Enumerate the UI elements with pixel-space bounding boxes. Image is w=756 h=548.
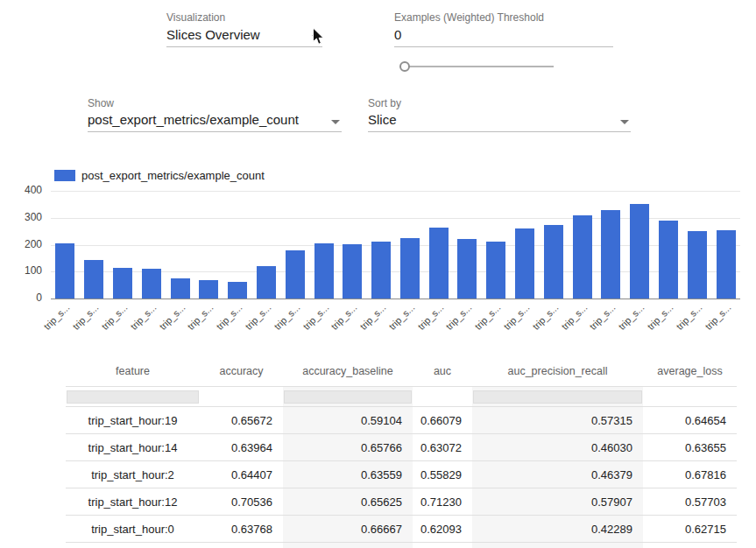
bar[interactable]: [515, 228, 534, 299]
metric-cell: 0.63964: [200, 434, 283, 461]
metric-cell: 0.57315: [472, 407, 643, 434]
column-header-auc[interactable]: auc: [413, 356, 472, 387]
bar[interactable]: [659, 221, 678, 299]
sortby-dropdown[interactable]: Slice: [368, 112, 631, 132]
bar[interactable]: [400, 238, 420, 299]
metric-cell: 0.62715: [643, 516, 737, 543]
bar[interactable]: [142, 269, 161, 299]
column-header-feature[interactable]: feature: [66, 356, 200, 387]
metric-cell: 0.42289: [472, 516, 643, 543]
legend-label: post_export_metrics/example_count: [81, 169, 265, 182]
metric-cell: 0.64407: [200, 461, 283, 488]
metric-cell: 0.44173: [472, 543, 643, 548]
y-axis-tick-label: 100: [2, 264, 42, 277]
bar[interactable]: [55, 243, 74, 299]
show-dropdown[interactable]: post_export_metrics/example_count: [88, 112, 342, 132]
bar[interactable]: [429, 228, 449, 299]
column-header-average_loss[interactable]: average_loss: [643, 356, 737, 387]
bar[interactable]: [688, 231, 707, 299]
filter-box[interactable]: [67, 390, 199, 404]
metric-cell: 0.65766: [283, 434, 413, 461]
metric-cell: 0.66079: [413, 407, 472, 434]
bar[interactable]: [286, 250, 305, 299]
filter-box[interactable]: [473, 390, 642, 404]
y-axis-tick-label: 200: [2, 238, 42, 250]
table-row[interactable]: trip_start_hour:230.660160.648440.583370…: [66, 543, 737, 548]
table-header-row: featureaccuracyaccuracy_baselineaucauc_p…: [66, 356, 737, 387]
bar[interactable]: [630, 204, 649, 299]
show-label: Show: [88, 97, 114, 109]
column-header-auc_precision_recall[interactable]: auc_precision_recall: [472, 356, 643, 387]
bar[interactable]: [486, 242, 505, 299]
threshold-input[interactable]: 0: [394, 27, 613, 47]
table-filter-row: [66, 387, 737, 407]
feature-cell: trip_start_hour:2: [66, 461, 200, 488]
bar-plot: [51, 191, 740, 299]
bar[interactable]: [717, 230, 736, 299]
bar[interactable]: [314, 243, 334, 299]
metric-cell: 0.66667: [283, 516, 413, 543]
visualization-label: Visualization: [166, 11, 225, 24]
feature-cell: trip_start_hour:12: [66, 488, 200, 516]
metric-cell: 0.55829: [413, 461, 472, 488]
slider-track[interactable]: [401, 66, 554, 67]
metric-cell: 0.63768: [200, 516, 283, 543]
metric-cell: 0.63072: [413, 434, 472, 461]
gridline: [51, 191, 740, 192]
metric-cell: 0.67816: [643, 461, 737, 488]
slider-thumb[interactable]: [399, 61, 410, 72]
table-row[interactable]: trip_start_hour:120.705360.656250.712300…: [66, 488, 737, 516]
column-header-accuracy_baseline[interactable]: accuracy_baseline: [283, 356, 413, 387]
threshold-slider[interactable]: [401, 61, 554, 72]
table-row[interactable]: trip_start_hour:20.644070.635590.558290.…: [66, 461, 737, 488]
sortby-label: Sort by: [368, 97, 401, 109]
y-axis-tick-label: 300: [2, 211, 42, 223]
feature-cell: trip_start_hour:14: [66, 434, 200, 461]
metric-cell: 0.58337: [413, 543, 472, 548]
table-row[interactable]: trip_start_hour:00.637680.666670.620930.…: [66, 516, 737, 543]
table-row[interactable]: trip_start_hour:190.656720.591040.660790…: [66, 407, 737, 434]
metric-cell: 0.70536: [200, 488, 283, 516]
filter-box[interactable]: [284, 390, 412, 404]
metric-cell: 0.65625: [283, 488, 413, 516]
bar[interactable]: [371, 242, 391, 299]
sortby-value: Slice: [368, 112, 397, 127]
feature-cell: trip_start_hour:19: [66, 407, 200, 434]
threshold-label: Examples (Weighted) Threshold: [394, 11, 544, 24]
chevron-down-icon: [620, 120, 629, 124]
metrics-table: featureaccuracyaccuracy_baselineaucauc_p…: [66, 356, 737, 548]
table-row[interactable]: trip_start_hour:140.639640.657660.630720…: [66, 434, 737, 461]
bar[interactable]: [343, 244, 362, 299]
metric-cell: 0.65672: [200, 407, 283, 434]
filter-cell: [200, 387, 283, 407]
metric-cell: 0.71230: [413, 488, 472, 516]
mouse-cursor-icon: [312, 27, 325, 46]
bar[interactable]: [544, 225, 563, 299]
example-count-chart: post_export_metrics/example_count 010020…: [0, 166, 756, 341]
feature-cell: trip_start_hour:0: [66, 516, 200, 543]
metric-cell: 0.46030: [472, 434, 643, 461]
y-axis-tick-label: 400: [2, 184, 42, 196]
filter-cell: [472, 387, 643, 407]
bar[interactable]: [84, 260, 103, 299]
visualization-dropdown[interactable]: Slices Overview: [166, 27, 322, 47]
chevron-down-icon: [331, 120, 340, 124]
gridline: [51, 299, 740, 299]
bar[interactable]: [573, 215, 592, 299]
bar[interactable]: [228, 282, 247, 299]
metric-cell: 0.63655: [643, 434, 737, 461]
filter-cell: [643, 387, 737, 407]
metric-cell: 0.63559: [283, 461, 413, 488]
column-header-accuracy[interactable]: accuracy: [200, 356, 283, 387]
filter-cell: [283, 387, 413, 407]
bar[interactable]: [601, 210, 620, 299]
legend-swatch: [54, 170, 75, 181]
chart-legend: post_export_metrics/example_count: [54, 167, 265, 183]
metric-cell: 0.66016: [200, 543, 283, 548]
filter-cell: [66, 387, 200, 407]
bar[interactable]: [113, 268, 132, 299]
bar[interactable]: [171, 278, 190, 299]
bar[interactable]: [257, 266, 276, 299]
bar[interactable]: [457, 239, 477, 299]
bar[interactable]: [199, 280, 218, 299]
